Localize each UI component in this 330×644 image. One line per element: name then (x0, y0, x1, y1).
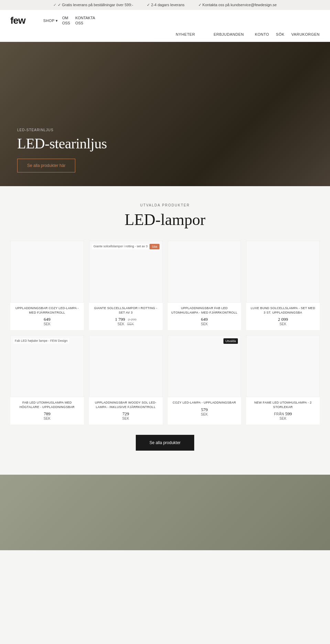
header-top: few SHOP ▾ OM OSS KONTAKTA OSS (10, 10, 320, 28)
product-name-4: LUXE BUND SOLCELLSLAMPA - SET MED 3 ST. … (250, 306, 316, 315)
product-info-4: LUXE BUND SOLCELLSLAMPA - SET MED 3 ST. … (246, 303, 320, 330)
product-name-6: UPPLADDNINGSBAR WOODY SOL LED-LAMPA - IN… (92, 400, 159, 409)
product-image-5: Fab LED højtaler lampe - FEW Design (10, 335, 84, 397)
hero-subtitle: LED-STEARINLJUS (17, 128, 107, 132)
product-name-3: UPPLADDNINGSBAR FAB LED UTOMHUSLAMPA - M… (171, 306, 238, 315)
nav-om-oss[interactable]: OM OSS (62, 15, 70, 26)
product-name-5: FAB LED UTOMHUSLAMPA MED HÖGTALARE - UPP… (14, 400, 80, 409)
product-image-6 (89, 335, 163, 397)
product-card-2[interactable]: Giante solcellslampor i rotting - set av… (89, 241, 163, 330)
product-image-8 (246, 335, 320, 397)
product-badge-2: Säa (150, 244, 159, 249)
topbar-item-3: ✓ Kontakta oss på kundservice@fewdesign.… (198, 3, 277, 7)
topbar-text-3: ✓ Kontakta oss på kundservice@fewdesign.… (198, 3, 277, 7)
nav-shop[interactable]: SHOP ▾ (39, 17, 62, 25)
nav-nyheter[interactable]: NYHETER (172, 31, 199, 38)
check-icon-1: ✓ (53, 3, 56, 7)
topbar-text-1: ✓ Gratis leverans på beställningar över … (58, 3, 133, 7)
product-grid-row2: Fab LED højtaler lampe - FEW Design FAB … (7, 335, 323, 425)
product-price-7: 579 SEK (171, 407, 238, 416)
product-price-6: 729 SEK (92, 411, 159, 420)
product-hover-title-2: Giante solcellslampor i rotting - set av… (92, 244, 149, 249)
product-name-8: NEW FAME LED UTOMHUSLAMPA - 2 STORLEKAR (250, 400, 316, 409)
product-image-2: Giante solcellslampor i rotting - set av… (89, 241, 163, 303)
product-info-1: UPPLADDNINGSBAR COZY LED-LAMPA - MED FJÄ… (10, 303, 84, 330)
nav-kontakta-label2: OSS (75, 21, 95, 26)
product-hover-title-5: Fab LED højtaler lampe - FEW Design (13, 338, 69, 344)
product-image-4 (246, 241, 320, 303)
nav-om-oss-label2: OSS (62, 21, 70, 26)
see-all-wrap: Se alla produkter (7, 435, 323, 457)
product-name-7: COZY LED-LAMPA - UPPLADDNINGSBAR (171, 400, 238, 405)
header: few SHOP ▾ OM OSS KONTAKTA OSS NYHETER E… (0, 10, 330, 42)
header-bottom: NYHETER ERBJUDANDEN KONTO SÖK VARUKORGEN (10, 28, 320, 42)
product-price-2: 1 799 2 299 SEK SEK (92, 317, 159, 326)
nav-kontakta-oss[interactable]: KONTAKTA OSS (75, 15, 95, 26)
product-price-4: 2 099 SEK (250, 317, 316, 326)
top-bar: ✓ ✓ Gratis leverans på beställningar öve… (0, 0, 330, 10)
logo[interactable]: few (10, 15, 25, 26)
product-name-1: UPPLADDNINGSBAR COZY LED-LAMPA - MED FJÄ… (14, 306, 80, 315)
product-card-4[interactable]: LUXE BUND SOLCELLSLAMPA - SET MED 3 ST. … (246, 241, 320, 330)
products-section: UTVALDA PRODUKTER LED-lampor UPPLADDNING… (0, 186, 330, 475)
product-info-6: UPPLADDNINGSBAR WOODY SOL LED-LAMPA - IN… (89, 397, 163, 425)
product-image-7: Utvalda (168, 335, 241, 397)
product-card-1[interactable]: UPPLADDNINGSBAR COZY LED-LAMPA - MED FJÄ… (10, 241, 84, 330)
nav-erbjudanden[interactable]: ERBJUDANDEN (209, 31, 248, 38)
product-card-5[interactable]: Fab LED højtaler lampe - FEW Design FAB … (10, 335, 84, 425)
header-bottom-nav: NYHETER ERBJUDANDEN (172, 31, 248, 38)
section-title: LED-lampor (7, 211, 323, 229)
product-info-7: COZY LED-LAMPA - UPPLADDNINGSBAR 579 SEK (168, 397, 241, 420)
product-name-2: GIANTE SOLCELLSLAMPOR I ROTTING - SET AV… (92, 306, 159, 315)
product-info-3: UPPLADDNINGSBAR FAB LED UTOMHUSLAMPA - M… (168, 303, 241, 330)
product-card-7[interactable]: Utvalda COZY LED-LAMPA - UPPLADDNINGSBAR… (168, 335, 241, 425)
product-card-3[interactable]: UPPLADDNINGSBAR FAB LED UTOMHUSLAMPA - M… (168, 241, 241, 330)
nav-om-oss-label: OM (62, 15, 70, 21)
product-info-2: GIANTE SOLCELLSLAMPOR I ROTTING - SET AV… (89, 303, 163, 330)
see-all-button[interactable]: Se alla produkter (136, 435, 195, 451)
nav-sok[interactable]: SÖK (276, 32, 285, 36)
nav-kontakta-label: KONTAKTA (75, 15, 95, 21)
product-grid-row1: UPPLADDNINGSBAR COZY LED-LAMPA - MED FJÄ… (7, 241, 323, 330)
product-card-8[interactable]: NEW FAME LED UTOMHUSLAMPA - 2 STORLEKAR … (246, 335, 320, 425)
product-price-8: FRÅN 599 SEK (250, 411, 316, 420)
topbar-item-2: ✓ 2-4 dagars leverans (147, 3, 184, 7)
hero-cta-button[interactable]: Se alla produkter här (17, 159, 75, 172)
product-price-5: 789 SEK (14, 411, 80, 420)
hero-content: LED-STEARINLJUS LED-stearinljus Se alla … (17, 128, 107, 172)
product-card-6[interactable]: UPPLADDNINGSBAR WOODY SOL LED-LAMPA - IN… (89, 335, 163, 425)
section-label: UTVALDA PRODUKTER (7, 203, 323, 207)
nav-varukorgen[interactable]: VARUKORGEN (292, 32, 320, 36)
product-info-8: NEW FAME LED UTOMHUSLAMPA - 2 STORLEKAR … (246, 397, 320, 425)
bottom-section (0, 475, 330, 550)
product-image-1 (10, 241, 84, 303)
nav-primary: SHOP ▾ OM OSS KONTAKTA OSS (39, 15, 320, 26)
hero-section: LED-STEARINLJUS LED-stearinljus Se alla … (0, 42, 330, 186)
header-right: KONTO SÖK VARUKORGEN (255, 32, 320, 36)
topbar-text-2: ✓ 2-4 dagars leverans (147, 3, 184, 7)
product-badge-utvalda-7: Utvalda (223, 338, 238, 344)
product-price-1: 649 SEK (14, 317, 80, 326)
nav-konto[interactable]: KONTO (255, 32, 269, 36)
product-info-5: FAB LED UTOMHUSLAMPA MED HÖGTALARE - UPP… (10, 397, 84, 425)
product-image-3 (168, 241, 241, 303)
topbar-item-1: ✓ ✓ Gratis leverans på beställningar öve… (53, 3, 133, 7)
hero-title: LED-stearinljus (17, 135, 107, 152)
product-price-3: 649 SEK (171, 317, 238, 326)
